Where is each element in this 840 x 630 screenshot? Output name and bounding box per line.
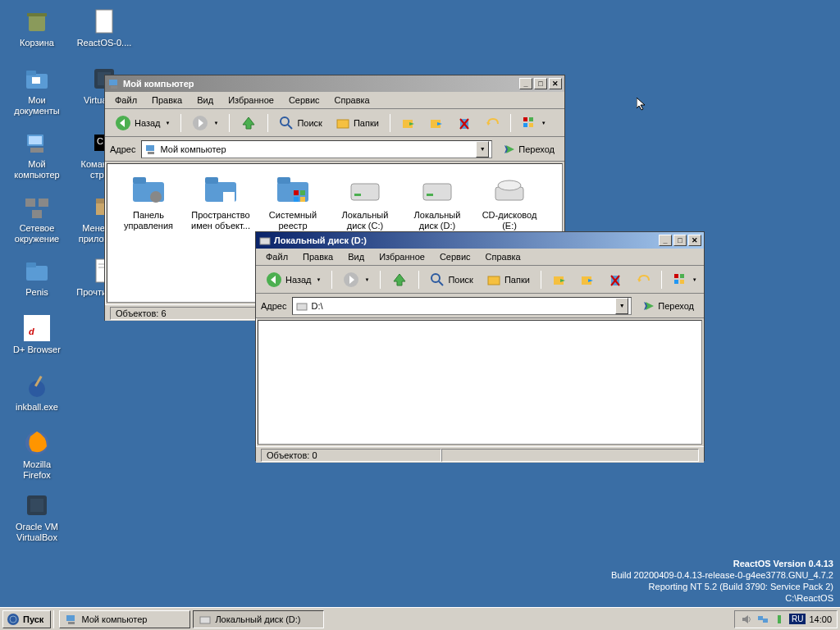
- desktop-icon-my-computer[interactable]: Мой компьютер: [8, 130, 66, 180]
- reactos-logo-icon: [7, 613, 20, 626]
- disk-icon: [258, 234, 272, 247]
- delete-button[interactable]: [603, 269, 628, 290]
- clock[interactable]: 14:00: [809, 614, 832, 624]
- desktop-icon-folder[interactable]: Penis: [8, 258, 66, 298]
- views-button[interactable]: ▼: [517, 112, 551, 134]
- task-button-local-disk-d[interactable]: Локальный диск (D:): [193, 610, 324, 628]
- item-registry[interactable]: Системный реестр: [260, 172, 326, 231]
- svg-rect-45: [529, 123, 533, 127]
- menu-favorites[interactable]: Избранное: [372, 250, 431, 263]
- system-tray: RU 14:00: [734, 610, 838, 628]
- desktop-icon-reactos-file[interactable]: ReactOS-0....: [75, 8, 133, 48]
- up-button[interactable]: [386, 268, 413, 291]
- up-button[interactable]: [235, 112, 262, 135]
- address-input[interactable]: Мой компьютер ▼: [141, 140, 493, 158]
- svg-rect-79: [674, 280, 678, 284]
- svg-rect-2: [96, 10, 112, 33]
- menu-view[interactable]: Вид: [341, 250, 371, 263]
- svg-rect-5: [32, 77, 40, 84]
- svg-rect-14: [39, 199, 48, 207]
- svg-point-34: [281, 117, 289, 126]
- disk-icon: [418, 172, 457, 207]
- views-button[interactable]: ▼: [668, 269, 702, 290]
- go-icon: [502, 143, 515, 156]
- go-button[interactable]: Переход: [637, 298, 699, 314]
- minimize-button[interactable]: _: [659, 235, 672, 246]
- start-button[interactable]: Пуск: [2, 610, 51, 628]
- toolbar: Назад▼ ▼ Поиск Папки ▼: [256, 266, 704, 294]
- svg-rect-71: [488, 276, 500, 285]
- menu-edit[interactable]: Правка: [296, 250, 340, 263]
- menu-help[interactable]: Справка: [328, 94, 377, 107]
- copy-to-button[interactable]: [424, 112, 449, 134]
- folders-button[interactable]: Папки: [482, 269, 535, 290]
- item-local-disk-c[interactable]: Локальный диск (C:): [332, 172, 398, 231]
- forward-button[interactable]: ▼: [338, 268, 374, 291]
- menu-tools[interactable]: Сервис: [433, 250, 477, 263]
- minimize-button[interactable]: _: [519, 78, 532, 89]
- menu-help[interactable]: Справка: [479, 250, 527, 263]
- item-local-disk-d[interactable]: Локальный диск (D:): [404, 172, 470, 231]
- usb-tray-icon[interactable]: [773, 613, 786, 626]
- close-button[interactable]: ✕: [688, 235, 701, 246]
- maximize-button[interactable]: □: [673, 235, 687, 246]
- close-button[interactable]: ✕: [549, 78, 562, 89]
- desktop-icon-recycle-bin[interactable]: Корзина: [8, 8, 66, 48]
- svg-rect-36: [337, 120, 349, 128]
- folder-gear-icon: [129, 172, 168, 207]
- back-button[interactable]: Назад▼: [110, 112, 175, 135]
- item-control-panel[interactable]: Панель управления: [116, 172, 181, 231]
- menu-favorites[interactable]: Избранное: [221, 94, 281, 107]
- back-button[interactable]: Назад▼: [261, 268, 326, 291]
- titlebar[interactable]: Мой компьютер _ □ ✕: [105, 75, 564, 92]
- search-button[interactable]: Поиск: [425, 269, 477, 290]
- address-dropdown-button[interactable]: ▼: [476, 141, 489, 158]
- copy-to-button[interactable]: [575, 269, 600, 290]
- desktop-icon-oracle-vm[interactable]: Oracle VM VirtualBox: [8, 492, 66, 543]
- item-cd-drive[interactable]: CD-дисковод (E:): [477, 172, 542, 231]
- item-namespace[interactable]: Пространство имен объект...: [188, 172, 253, 231]
- volume-icon[interactable]: [740, 613, 753, 626]
- menu-edit[interactable]: Правка: [145, 94, 189, 107]
- svg-line-70: [439, 281, 443, 285]
- move-to-button[interactable]: [547, 269, 572, 290]
- cursor-icon: [637, 98, 650, 111]
- menu-file[interactable]: Файл: [259, 250, 294, 263]
- network-tray-icon[interactable]: [756, 613, 769, 626]
- svg-point-50: [150, 191, 162, 203]
- go-button[interactable]: Переход: [497, 141, 559, 158]
- move-to-button[interactable]: [396, 112, 421, 134]
- desktop-icon-firefox[interactable]: Mozilla Firefox: [8, 430, 66, 481]
- svg-rect-84: [66, 615, 75, 621]
- maximize-button[interactable]: □: [534, 78, 547, 89]
- menu-tools[interactable]: Сервис: [282, 94, 326, 107]
- menubar: Файл Правка Вид Избранное Сервис Справка: [256, 249, 704, 266]
- delete-button[interactable]: [452, 112, 477, 134]
- search-icon: [430, 272, 445, 287]
- folders-button[interactable]: Папки: [331, 112, 384, 134]
- folder-namespace-icon: [201, 172, 240, 207]
- menu-file[interactable]: Файл: [108, 94, 144, 107]
- search-button[interactable]: Поиск: [274, 112, 326, 134]
- address-dropdown-button[interactable]: ▼: [615, 298, 628, 314]
- undo-button[interactable]: [480, 112, 504, 134]
- undo-button[interactable]: [631, 269, 655, 290]
- titlebar[interactable]: Локальный диск (D:) _ □ ✕: [256, 232, 704, 249]
- desktop-icon-inkball[interactable]: inkball.exe: [8, 372, 66, 413]
- d-icon: d: [24, 315, 50, 341]
- folder-icon: [24, 66, 50, 92]
- menu-view[interactable]: Вид: [190, 94, 220, 107]
- svg-rect-15: [32, 210, 42, 218]
- svg-rect-1: [27, 13, 47, 16]
- language-indicator[interactable]: RU: [789, 614, 806, 624]
- svg-rect-78: [680, 274, 684, 278]
- desktop-icon-network[interactable]: Сетевое окружение: [8, 194, 66, 244]
- task-button-my-computer[interactable]: Мой компьютер: [59, 610, 190, 628]
- forward-button[interactable]: ▼: [187, 112, 223, 135]
- svg-rect-60: [351, 184, 379, 200]
- desktop-icon-dbrowser[interactable]: d D+ Browser: [8, 315, 66, 355]
- content-area[interactable]: [258, 320, 702, 445]
- address-input[interactable]: D:\ ▼: [292, 297, 632, 315]
- svg-rect-56: [294, 190, 299, 195]
- desktop-icon-my-documents[interactable]: Мои документы: [8, 66, 66, 116]
